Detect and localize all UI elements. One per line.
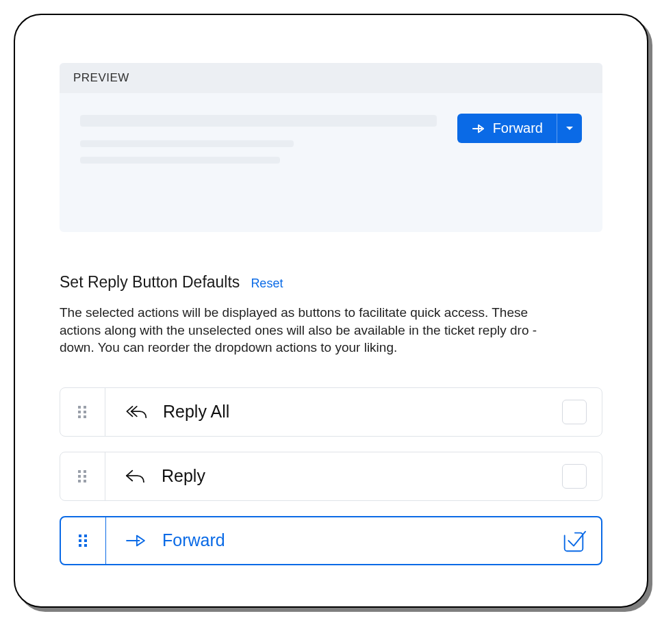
svg-rect-14	[79, 539, 81, 542]
svg-rect-17	[84, 544, 87, 547]
action-checkbox-cell	[547, 452, 602, 500]
drag-handle[interactable]	[61, 517, 106, 564]
svg-rect-0	[78, 406, 81, 409]
svg-rect-8	[78, 475, 81, 478]
preview-header-label: PREVIEW	[60, 63, 602, 93]
preview-forward-button-group: Forward	[457, 114, 582, 143]
drag-handle[interactable]	[60, 388, 105, 436]
section-description: The selected actions will be displayed a…	[60, 304, 566, 357]
svg-rect-7	[84, 470, 86, 473]
drag-handle-icon	[78, 534, 89, 548]
reset-link[interactable]: Reset	[251, 276, 283, 291]
action-label: Reply All	[163, 402, 229, 422]
action-content: Reply	[105, 452, 547, 500]
action-label: Forward	[162, 530, 225, 550]
action-checkbox-checked[interactable]	[561, 528, 587, 554]
drag-handle-icon	[77, 469, 88, 483]
svg-rect-13	[84, 534, 87, 537]
preview-body: Forward	[60, 93, 602, 232]
svg-rect-15	[84, 539, 87, 542]
section-title: Set Reply Button Defaults	[60, 273, 240, 292]
drag-handle[interactable]	[60, 452, 105, 500]
preview-forward-button[interactable]: Forward	[457, 114, 557, 143]
action-row-reply-all[interactable]: Reply All	[60, 387, 602, 437]
svg-rect-2	[78, 411, 81, 413]
reply-all-icon	[123, 403, 148, 421]
action-row-reply[interactable]: Reply	[60, 452, 602, 501]
forward-icon	[471, 123, 486, 135]
forward-icon	[124, 532, 147, 549]
svg-rect-1	[84, 406, 86, 409]
action-checkbox-cell	[546, 517, 601, 564]
skeleton-line	[80, 157, 280, 164]
svg-rect-16	[79, 544, 81, 547]
action-checkbox[interactable]	[562, 400, 587, 424]
svg-rect-6	[78, 470, 81, 473]
action-list: Reply All	[60, 387, 602, 565]
settings-card: PREVIEW Forward	[14, 14, 648, 608]
action-content: Reply All	[105, 388, 547, 436]
action-row-forward[interactable]: Forward	[60, 516, 602, 565]
svg-rect-3	[84, 411, 86, 413]
preview-forward-button-label: Forward	[493, 120, 543, 136]
preview-forward-dropdown-toggle[interactable]	[557, 114, 582, 143]
section-header: Set Reply Button Defaults Reset	[60, 273, 602, 292]
svg-rect-5	[84, 415, 86, 418]
svg-rect-11	[84, 480, 86, 482]
drag-handle-icon	[77, 405, 88, 419]
skeleton-line	[80, 115, 437, 127]
caret-down-icon	[565, 126, 574, 131]
svg-rect-10	[78, 480, 81, 482]
preview-box: PREVIEW Forward	[60, 63, 602, 232]
action-checkbox[interactable]	[562, 464, 587, 489]
action-checkbox-cell	[547, 388, 602, 436]
svg-rect-9	[84, 475, 86, 478]
preview-skeleton	[80, 114, 437, 177]
svg-rect-4	[78, 415, 81, 418]
svg-rect-12	[79, 534, 81, 537]
action-content: Forward	[106, 517, 546, 564]
action-label: Reply	[162, 466, 205, 486]
reply-icon	[123, 467, 147, 485]
skeleton-line	[80, 140, 294, 147]
